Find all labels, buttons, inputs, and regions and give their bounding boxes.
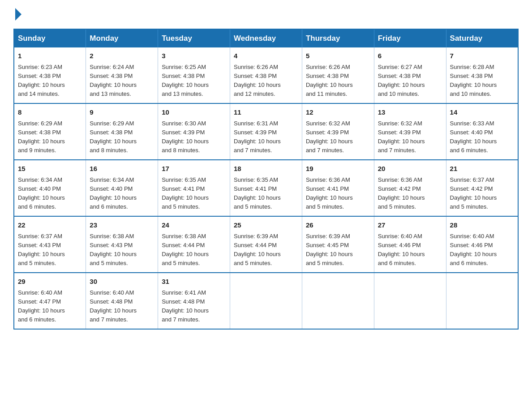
calendar-week-2: 8 Sunrise: 6:29 AMSunset: 4:38 PMDayligh… bbox=[14, 103, 518, 160]
day-number: 16 bbox=[90, 164, 154, 174]
calendar-cell: 21 Sunrise: 6:37 AMSunset: 4:42 PMDaylig… bbox=[446, 160, 518, 216]
logo-triangle-icon bbox=[15, 8, 21, 21]
day-info: Sunrise: 6:36 AMSunset: 4:41 PMDaylight:… bbox=[306, 176, 353, 210]
calendar-cell: 7 Sunrise: 6:28 AMSunset: 4:38 PMDayligh… bbox=[446, 47, 518, 103]
day-number: 7 bbox=[450, 51, 514, 61]
day-info: Sunrise: 6:23 AMSunset: 4:38 PMDaylight:… bbox=[18, 64, 65, 97]
calendar-cell: 9 Sunrise: 6:29 AMSunset: 4:38 PMDayligh… bbox=[86, 103, 158, 160]
calendar-week-4: 22 Sunrise: 6:37 AMSunset: 4:43 PMDaylig… bbox=[14, 216, 518, 273]
day-number: 8 bbox=[18, 107, 82, 118]
calendar-cell: 13 Sunrise: 6:32 AMSunset: 4:39 PMDaylig… bbox=[374, 103, 446, 160]
day-info: Sunrise: 6:32 AMSunset: 4:39 PMDaylight:… bbox=[306, 120, 353, 154]
day-number: 30 bbox=[90, 277, 154, 287]
calendar-cell: 16 Sunrise: 6:34 AMSunset: 4:40 PMDaylig… bbox=[86, 160, 158, 216]
day-info: Sunrise: 6:38 AMSunset: 4:43 PMDaylight:… bbox=[90, 233, 137, 266]
day-number: 19 bbox=[306, 164, 370, 174]
day-info: Sunrise: 6:40 AMSunset: 4:48 PMDaylight:… bbox=[90, 289, 137, 323]
day-number: 4 bbox=[234, 51, 298, 61]
calendar-cell: 11 Sunrise: 6:31 AMSunset: 4:39 PMDaylig… bbox=[230, 103, 302, 160]
day-info: Sunrise: 6:24 AMSunset: 4:38 PMDaylight:… bbox=[90, 64, 137, 97]
day-number: 27 bbox=[378, 220, 442, 231]
day-number: 23 bbox=[90, 220, 154, 231]
day-number: 12 bbox=[306, 107, 370, 118]
day-info: Sunrise: 6:26 AMSunset: 4:38 PMDaylight:… bbox=[306, 64, 353, 97]
day-info: Sunrise: 6:35 AMSunset: 4:41 PMDaylight:… bbox=[162, 176, 209, 210]
calendar-header: SundayMondayTuesdayWednesdayThursdayFrid… bbox=[14, 29, 518, 47]
day-header-thursday: Thursday bbox=[302, 29, 374, 47]
day-info: Sunrise: 6:40 AMSunset: 4:46 PMDaylight:… bbox=[450, 233, 497, 266]
day-info: Sunrise: 6:41 AMSunset: 4:48 PMDaylight:… bbox=[162, 289, 209, 323]
calendar-week-3: 15 Sunrise: 6:34 AMSunset: 4:40 PMDaylig… bbox=[14, 160, 518, 216]
day-number: 22 bbox=[18, 220, 82, 231]
calendar-cell bbox=[302, 273, 374, 329]
calendar-cell: 31 Sunrise: 6:41 AMSunset: 4:48 PMDaylig… bbox=[158, 273, 230, 329]
calendar-week-1: 1 Sunrise: 6:23 AMSunset: 4:38 PMDayligh… bbox=[14, 47, 518, 103]
day-info: Sunrise: 6:39 AMSunset: 4:45 PMDaylight:… bbox=[306, 233, 353, 266]
calendar-cell: 17 Sunrise: 6:35 AMSunset: 4:41 PMDaylig… bbox=[158, 160, 230, 216]
day-info: Sunrise: 6:25 AMSunset: 4:38 PMDaylight:… bbox=[162, 64, 209, 97]
day-header-monday: Monday bbox=[86, 29, 158, 47]
day-number: 14 bbox=[450, 107, 514, 118]
calendar-cell: 29 Sunrise: 6:40 AMSunset: 4:47 PMDaylig… bbox=[14, 273, 86, 329]
day-number: 28 bbox=[450, 220, 514, 231]
day-info: Sunrise: 6:32 AMSunset: 4:39 PMDaylight:… bbox=[378, 120, 425, 154]
day-number: 25 bbox=[234, 220, 298, 231]
day-header-saturday: Saturday bbox=[446, 29, 518, 47]
day-number: 15 bbox=[18, 164, 82, 174]
day-number: 13 bbox=[378, 107, 442, 118]
calendar-cell bbox=[446, 273, 518, 329]
day-info: Sunrise: 6:28 AMSunset: 4:38 PMDaylight:… bbox=[450, 64, 497, 97]
logo bbox=[13, 9, 21, 21]
day-number: 26 bbox=[306, 220, 370, 231]
calendar-cell: 20 Sunrise: 6:36 AMSunset: 4:42 PMDaylig… bbox=[374, 160, 446, 216]
calendar-cell: 22 Sunrise: 6:37 AMSunset: 4:43 PMDaylig… bbox=[14, 216, 86, 273]
calendar-body: 1 Sunrise: 6:23 AMSunset: 4:38 PMDayligh… bbox=[14, 47, 518, 329]
day-info: Sunrise: 6:27 AMSunset: 4:38 PMDaylight:… bbox=[378, 64, 425, 97]
day-info: Sunrise: 6:39 AMSunset: 4:44 PMDaylight:… bbox=[234, 233, 281, 266]
day-info: Sunrise: 6:26 AMSunset: 4:38 PMDaylight:… bbox=[234, 64, 281, 97]
day-header-sunday: Sunday bbox=[14, 29, 86, 47]
day-info: Sunrise: 6:34 AMSunset: 4:40 PMDaylight:… bbox=[90, 176, 137, 210]
calendar-cell: 6 Sunrise: 6:27 AMSunset: 4:38 PMDayligh… bbox=[374, 47, 446, 103]
page-header bbox=[13, 9, 519, 21]
calendar-cell: 24 Sunrise: 6:38 AMSunset: 4:44 PMDaylig… bbox=[158, 216, 230, 273]
day-info: Sunrise: 6:37 AMSunset: 4:43 PMDaylight:… bbox=[18, 233, 65, 266]
day-info: Sunrise: 6:34 AMSunset: 4:40 PMDaylight:… bbox=[18, 176, 65, 210]
calendar-cell: 25 Sunrise: 6:39 AMSunset: 4:44 PMDaylig… bbox=[230, 216, 302, 273]
day-number: 5 bbox=[306, 51, 370, 61]
day-info: Sunrise: 6:29 AMSunset: 4:38 PMDaylight:… bbox=[18, 120, 65, 154]
calendar-cell: 12 Sunrise: 6:32 AMSunset: 4:39 PMDaylig… bbox=[302, 103, 374, 160]
calendar-cell: 14 Sunrise: 6:33 AMSunset: 4:40 PMDaylig… bbox=[446, 103, 518, 160]
day-number: 24 bbox=[162, 220, 226, 231]
calendar-cell: 28 Sunrise: 6:40 AMSunset: 4:46 PMDaylig… bbox=[446, 216, 518, 273]
calendar-cell: 30 Sunrise: 6:40 AMSunset: 4:48 PMDaylig… bbox=[86, 273, 158, 329]
calendar-cell: 2 Sunrise: 6:24 AMSunset: 4:38 PMDayligh… bbox=[86, 47, 158, 103]
day-number: 11 bbox=[234, 107, 298, 118]
day-info: Sunrise: 6:38 AMSunset: 4:44 PMDaylight:… bbox=[162, 233, 209, 266]
calendar-cell: 3 Sunrise: 6:25 AMSunset: 4:38 PMDayligh… bbox=[158, 47, 230, 103]
day-info: Sunrise: 6:31 AMSunset: 4:39 PMDaylight:… bbox=[234, 120, 281, 154]
day-info: Sunrise: 6:30 AMSunset: 4:39 PMDaylight:… bbox=[162, 120, 209, 154]
calendar-cell: 27 Sunrise: 6:40 AMSunset: 4:46 PMDaylig… bbox=[374, 216, 446, 273]
day-info: Sunrise: 6:36 AMSunset: 4:42 PMDaylight:… bbox=[378, 176, 425, 210]
calendar-table: SundayMondayTuesdayWednesdayThursdayFrid… bbox=[13, 29, 519, 330]
logo-top bbox=[13, 9, 21, 21]
day-header-friday: Friday bbox=[374, 29, 446, 47]
day-header-wednesday: Wednesday bbox=[230, 29, 302, 47]
day-number: 1 bbox=[18, 51, 82, 61]
calendar-cell: 4 Sunrise: 6:26 AMSunset: 4:38 PMDayligh… bbox=[230, 47, 302, 103]
day-number: 17 bbox=[162, 164, 226, 174]
day-number: 6 bbox=[378, 51, 442, 61]
calendar-week-5: 29 Sunrise: 6:40 AMSunset: 4:47 PMDaylig… bbox=[14, 273, 518, 329]
day-number: 29 bbox=[18, 277, 82, 287]
day-number: 20 bbox=[378, 164, 442, 174]
day-number: 3 bbox=[162, 51, 226, 61]
day-number: 10 bbox=[162, 107, 226, 118]
day-number: 21 bbox=[450, 164, 514, 174]
calendar-cell bbox=[230, 273, 302, 329]
day-header-row: SundayMondayTuesdayWednesdayThursdayFrid… bbox=[14, 29, 518, 47]
calendar-cell: 10 Sunrise: 6:30 AMSunset: 4:39 PMDaylig… bbox=[158, 103, 230, 160]
day-header-tuesday: Tuesday bbox=[158, 29, 230, 47]
calendar-cell: 23 Sunrise: 6:38 AMSunset: 4:43 PMDaylig… bbox=[86, 216, 158, 273]
day-info: Sunrise: 6:40 AMSunset: 4:46 PMDaylight:… bbox=[378, 233, 425, 266]
